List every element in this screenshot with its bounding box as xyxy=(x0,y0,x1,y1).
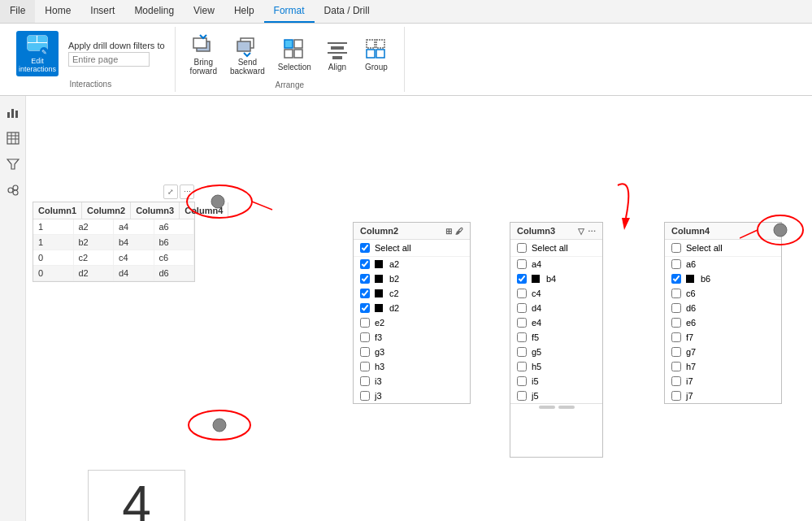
selection-button[interactable]: Selection xyxy=(273,35,316,73)
filter-item[interactable]: b2 xyxy=(354,271,470,286)
filter-item[interactable]: h7 xyxy=(665,359,781,374)
filter-item-checkbox[interactable] xyxy=(360,274,370,284)
filter-item-checkbox[interactable] xyxy=(671,318,681,328)
table-cell: d4 xyxy=(114,266,154,280)
filter-item-label: a6 xyxy=(686,259,696,269)
filter-item[interactable]: d4 xyxy=(510,301,602,315)
filter-item-checkbox[interactable] xyxy=(517,391,527,401)
slicer-column3-scrollbar[interactable] xyxy=(510,403,602,410)
align-button[interactable]: Align xyxy=(319,35,355,73)
tab-view[interactable]: View xyxy=(184,0,224,23)
filter-item-checkbox[interactable] xyxy=(517,274,527,284)
filter-item-checkbox[interactable] xyxy=(360,303,370,313)
filter-item-checkbox[interactable] xyxy=(517,347,527,357)
filter-item-checkbox[interactable] xyxy=(671,391,681,401)
filter-item-checkbox[interactable] xyxy=(360,347,370,357)
filter-item[interactable]: g3 xyxy=(354,345,470,359)
filter-item[interactable]: a6 xyxy=(665,257,781,271)
table-focus-button[interactable]: ⤢ xyxy=(163,185,178,199)
slicer-column3-filter-icon[interactable]: ▽ xyxy=(578,227,584,236)
sidebar-icon-filter[interactable] xyxy=(3,154,23,174)
tab-file[interactable]: File xyxy=(0,0,35,23)
filter-item[interactable]: b6 xyxy=(665,271,781,286)
main-canvas: ⤢ ⋯ Column1 Column2 Column3 Column4 1a2a… xyxy=(0,96,812,521)
filter-item-checkbox[interactable] xyxy=(517,362,527,371)
filter-item[interactable]: g5 xyxy=(510,345,602,359)
filter-item[interactable]: f5 xyxy=(510,330,602,345)
filter-item-checkbox[interactable] xyxy=(360,332,370,342)
slicer-column2-paint-icon[interactable]: 🖌 xyxy=(455,227,463,236)
filter-item[interactable]: c6 xyxy=(665,286,781,301)
filter-item[interactable]: h3 xyxy=(354,359,470,374)
filter-item-checkbox[interactable] xyxy=(517,376,527,386)
filter-item-checkbox[interactable] xyxy=(671,259,681,269)
slicer-column2-grid-icon[interactable]: ⊞ xyxy=(445,227,452,236)
filter-item-checkbox[interactable] xyxy=(360,376,370,386)
filter-item[interactable]: a2 xyxy=(354,257,470,271)
slicer-column4-body: a6b6c6d6e6f7g7h7i7j7 xyxy=(665,257,781,403)
filter-item[interactable]: g7 xyxy=(665,345,781,359)
filter-item-checkbox[interactable] xyxy=(360,289,370,298)
slicer-column4-select-all[interactable]: Select all xyxy=(665,240,781,257)
filter-item[interactable]: f7 xyxy=(665,330,781,345)
slicer-column3-select-all-checkbox[interactable] xyxy=(517,243,527,253)
tab-format[interactable]: Format xyxy=(264,0,315,23)
send-backward-button[interactable]: Send backward xyxy=(225,30,270,77)
filter-item-checkbox[interactable] xyxy=(517,318,527,328)
filter-item-checkbox[interactable] xyxy=(671,362,681,371)
filter-item[interactable]: j7 xyxy=(665,389,781,403)
sidebar-icon-table[interactable] xyxy=(3,128,23,148)
filter-item[interactable]: d2 xyxy=(354,301,470,315)
tab-home[interactable]: Home xyxy=(35,0,80,23)
filter-item-checkbox[interactable] xyxy=(671,289,681,298)
bring-forward-button[interactable]: Bring forward xyxy=(185,30,222,77)
table-more-button[interactable]: ⋯ xyxy=(180,185,194,199)
filter-item[interactable]: d6 xyxy=(665,301,781,315)
sidebar-icon-fields[interactable] xyxy=(3,180,23,200)
filter-item[interactable]: h5 xyxy=(510,359,602,374)
filter-item[interactable]: i5 xyxy=(510,374,602,389)
filter-item-label: i7 xyxy=(686,376,693,386)
filter-item-checkbox[interactable] xyxy=(360,362,370,371)
filter-item[interactable]: i7 xyxy=(665,374,781,389)
edit-interactions-button[interactable]: ✎ Edit interactions xyxy=(16,31,59,76)
filter-item-checkbox[interactable] xyxy=(671,332,681,342)
slicer-column2-select-all[interactable]: Select all xyxy=(354,240,470,257)
slicer-column3-more-icon[interactable]: ⋯ xyxy=(588,227,596,236)
tab-insert[interactable]: Insert xyxy=(80,0,124,23)
filter-item-checkbox[interactable] xyxy=(671,347,681,357)
filter-item-label: g7 xyxy=(686,347,696,357)
filter-item-checkbox[interactable] xyxy=(360,391,370,401)
filter-item-checkbox[interactable] xyxy=(671,274,681,284)
entire-page-input[interactable] xyxy=(68,52,150,67)
filter-item[interactable]: e2 xyxy=(354,315,470,330)
filter-item-checkbox[interactable] xyxy=(517,303,527,313)
filter-item-checkbox[interactable] xyxy=(360,259,370,269)
slicer-column3-select-all[interactable]: Select all xyxy=(510,240,602,257)
filter-item[interactable]: a4 xyxy=(510,257,602,271)
filter-item[interactable]: i3 xyxy=(354,374,470,389)
slicer-column2-select-all-checkbox[interactable] xyxy=(360,243,370,253)
filter-item-checkbox[interactable] xyxy=(360,318,370,328)
slicer-column4-select-all-checkbox[interactable] xyxy=(671,243,681,253)
filter-item-checkbox[interactable] xyxy=(517,259,527,269)
filter-item-checkbox[interactable] xyxy=(671,303,681,313)
filter-item-checkbox[interactable] xyxy=(517,332,527,342)
filter-item[interactable]: e6 xyxy=(665,315,781,330)
filter-item[interactable]: f3 xyxy=(354,330,470,345)
filter-item[interactable]: c4 xyxy=(510,286,602,301)
filter-item-checkbox[interactable] xyxy=(671,376,681,386)
tab-help[interactable]: Help xyxy=(224,0,264,23)
sidebar-icon-barchart[interactable] xyxy=(3,102,23,122)
filter-item[interactable]: b4 xyxy=(510,271,602,286)
filter-item[interactable]: j3 xyxy=(354,389,470,403)
filter-item[interactable]: c2 xyxy=(354,286,470,301)
filter-item-checkbox[interactable] xyxy=(517,289,527,298)
filter-item[interactable]: j5 xyxy=(510,389,602,403)
tab-modeling[interactable]: Modeling xyxy=(124,0,184,23)
tab-data-drill[interactable]: Data / Drill xyxy=(315,0,380,23)
filter-item-color xyxy=(686,275,694,283)
group-button[interactable]: Group xyxy=(358,35,394,73)
ribbon-tabs: File Home Insert Modeling View Help Form… xyxy=(0,0,812,24)
filter-item[interactable]: e4 xyxy=(510,315,602,330)
